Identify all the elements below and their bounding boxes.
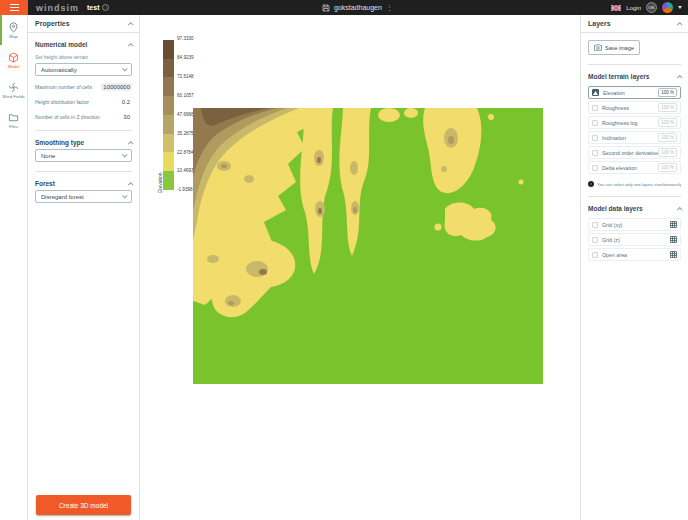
- layers-panel: Layers Save image Model terrain layers E…: [580, 15, 688, 520]
- chevron-down-icon[interactable]: [678, 6, 682, 9]
- language-flag-icon[interactable]: [611, 5, 621, 11]
- terrain-yellow-dot: [519, 180, 524, 185]
- layers-header[interactable]: Layers: [581, 15, 688, 33]
- layer-row-roughness-log[interactable]: Roughness log 100 %: [588, 116, 681, 129]
- checkbox-icon[interactable]: [592, 237, 598, 243]
- sidebar-item-map[interactable]: Map: [0, 15, 27, 45]
- save-image-button[interactable]: Save image: [588, 40, 640, 55]
- sidebar-item-files[interactable]: Files: [0, 105, 27, 135]
- opacity-input[interactable]: 100 %: [658, 88, 677, 97]
- info-icon[interactable]: i: [102, 4, 109, 11]
- status-badge[interactable]: OK: [646, 2, 657, 13]
- login-link[interactable]: Login: [626, 5, 641, 11]
- layer-label: Delta elevation: [602, 165, 658, 171]
- checkbox-icon[interactable]: [592, 222, 598, 228]
- terrain-spot: [441, 166, 447, 172]
- panel-title: Properties: [35, 20, 70, 27]
- sidebar-item-label: Wind Fields: [2, 94, 24, 99]
- checkbox-icon[interactable]: [592, 120, 598, 126]
- layer-row-elevation[interactable]: Elevation 100 %: [588, 86, 681, 99]
- data-layers-header[interactable]: Model data layers: [588, 205, 681, 212]
- select-value: Disregard forest: [41, 194, 84, 200]
- tick-label: 97.3330: [177, 37, 194, 42]
- terrain-layers-header[interactable]: Model terrain layers: [588, 73, 681, 80]
- section-title: Smoothing type: [35, 139, 84, 146]
- field-label: Set height above terrain: [35, 54, 132, 60]
- exclamation-icon: !: [588, 181, 594, 187]
- grid-icon: [670, 236, 677, 243]
- chevron-up-icon: [128, 141, 133, 146]
- smoothing-select[interactable]: None: [35, 149, 132, 162]
- chevron-down-icon: [122, 152, 127, 157]
- properties-panel: Properties Numerical model Set height ab…: [28, 15, 140, 520]
- layer-row-grid-z[interactable]: Grid (z): [588, 233, 681, 246]
- height-mode-select[interactable]: Automatically: [35, 63, 132, 76]
- layer-label: Elevation: [603, 90, 658, 96]
- grid-icon: [670, 221, 677, 228]
- layer-row-grid-xy[interactable]: Grid (xy): [588, 218, 681, 231]
- project-name: test: [87, 4, 99, 11]
- layer-row-roughness[interactable]: Roughness 100 %: [588, 101, 681, 114]
- hamburger-menu-button[interactable]: [0, 0, 28, 15]
- sidebar-item-label: Files: [9, 124, 18, 129]
- avatar[interactable]: [662, 2, 673, 13]
- layer-label: Second order derivative: [602, 150, 658, 156]
- max-cells-input[interactable]: 10000000: [101, 83, 132, 91]
- form-row: Number of cells in Z direction 30: [35, 113, 132, 121]
- terrain-spot: [448, 136, 454, 144]
- save-project-icon[interactable]: [322, 4, 330, 12]
- section-title: Forest: [35, 180, 55, 187]
- topbar: windsim test i gokstadhaugen ⋮ Login OK: [0, 0, 688, 15]
- opacity-input[interactable]: 100 %: [658, 103, 677, 112]
- terrain-spot: [317, 157, 321, 163]
- layer-row-second-order-derivative[interactable]: Second order derivative 100 %: [588, 146, 681, 159]
- panel-title: Layers: [588, 20, 611, 27]
- z-cells-input[interactable]: 30: [106, 113, 132, 121]
- tick-label: 22.8784: [177, 151, 194, 156]
- grid-icon: [670, 251, 677, 258]
- form-row: Height distribution factor 0.2: [35, 98, 132, 106]
- section-title: Model data layers: [588, 205, 643, 212]
- checkbox-icon[interactable]: [592, 150, 598, 156]
- sidebar-item-model[interactable]: Model: [0, 45, 27, 75]
- section-title: Model terrain layers: [588, 73, 649, 80]
- sidebar-item-wind-fields[interactable]: Wind Fields: [0, 75, 27, 105]
- opacity-input[interactable]: 100 %: [658, 133, 677, 142]
- smoothing-header[interactable]: Smoothing type: [35, 139, 132, 146]
- checkbox-icon[interactable]: [592, 252, 598, 258]
- checkbox-checked-icon[interactable]: [592, 89, 599, 96]
- layer-row-delta-elevation[interactable]: Delta elevation 100 %: [588, 161, 681, 174]
- terrain-spot: [221, 164, 227, 168]
- terrain-yellow-dot: [435, 224, 442, 231]
- create-3d-model-button[interactable]: Create 3D model: [36, 495, 131, 515]
- terrain-spot: [353, 207, 357, 213]
- tick-label: 84.9239: [177, 56, 194, 61]
- numerical-model-header[interactable]: Numerical model: [35, 41, 132, 48]
- forest-select[interactable]: Disregard forest: [35, 190, 132, 203]
- terrain-spot: [259, 269, 267, 275]
- field-label: Height distribution factor: [35, 99, 89, 105]
- session-name[interactable]: gokstadhaugen: [334, 4, 382, 11]
- kebab-menu-icon[interactable]: ⋮: [386, 4, 393, 11]
- checkbox-icon[interactable]: [592, 105, 598, 111]
- properties-header[interactable]: Properties: [28, 15, 139, 33]
- terrain-spot: [350, 161, 358, 175]
- chevron-up-icon: [128, 43, 133, 48]
- terrain-map[interactable]: [193, 108, 543, 384]
- chevron-up-icon: [677, 207, 682, 212]
- checkbox-icon[interactable]: [592, 165, 598, 171]
- checkbox-icon[interactable]: [592, 135, 598, 141]
- app-logo: windsim: [36, 3, 79, 13]
- layer-row-inclination[interactable]: Inclination 100 %: [588, 131, 681, 144]
- opacity-input[interactable]: 100 %: [658, 148, 677, 157]
- opacity-input[interactable]: 100 %: [658, 118, 677, 127]
- opacity-input[interactable]: 100 %: [658, 163, 677, 172]
- height-distribution-input[interactable]: 0.2: [106, 98, 132, 106]
- forest-header[interactable]: Forest: [35, 180, 132, 187]
- layer-label: Roughness log: [602, 120, 658, 126]
- terrain-spot: [244, 175, 254, 183]
- layer-row-open-area[interactable]: Open area: [588, 248, 681, 261]
- tick-label: 35.2875: [177, 132, 194, 137]
- layers-content: Save image Model terrain layers Elevatio…: [581, 33, 688, 261]
- chevron-up-icon: [677, 22, 682, 27]
